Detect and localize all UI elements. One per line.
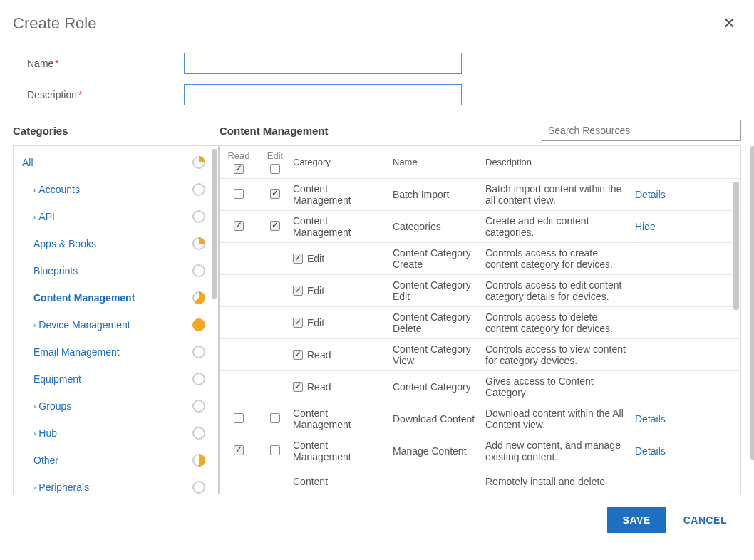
chevron-right-icon: ›: [33, 186, 36, 194]
categories-sidebar[interactable]: All›Accounts›APIApps & BooksBlueprintsCo…: [14, 146, 220, 494]
col-name-label: Name: [393, 157, 485, 167]
cell-name: Categories: [393, 221, 485, 232]
sidebar-item-label: Peripherals: [38, 482, 89, 493]
sidebar-item-hub[interactable]: ›Hub: [14, 420, 218, 447]
table-scrollbar[interactable]: [733, 182, 739, 310]
coverage-pie-icon: [192, 291, 205, 304]
sidebar-item-accounts[interactable]: ›Accounts: [14, 176, 218, 203]
sidebar-item-label: Device Management: [38, 319, 130, 331]
table-row: Content ManagementManage ContentAdd new …: [220, 435, 740, 467]
sidebar-item-label: Hub: [38, 427, 57, 439]
sidebar-item-content-management[interactable]: Content Management: [14, 284, 218, 311]
sidebar-item-groups[interactable]: ›Groups: [14, 393, 218, 420]
cell-category: Content Management: [293, 408, 393, 430]
sub-permission-checkbox[interactable]: [293, 382, 303, 392]
details-link[interactable]: Details: [635, 445, 678, 457]
sub-permission-checkbox[interactable]: [293, 350, 303, 360]
sidebar-scrollbar[interactable]: [212, 149, 217, 299]
description-label: Description*: [27, 89, 184, 100]
chevron-right-icon: ›: [33, 321, 36, 329]
description-field[interactable]: [184, 84, 462, 105]
table-subrow: EditContent Category EditControls access…: [220, 275, 740, 307]
cell-name: Download Content: [393, 413, 485, 425]
sidebar-item-device-management[interactable]: ›Device Management: [14, 311, 218, 338]
coverage-pie-icon: [192, 237, 205, 250]
sidebar-item-label: Other: [33, 455, 58, 466]
sidebar-item-label: Apps & Books: [33, 238, 96, 249]
cell-name: Content Category View: [393, 343, 485, 366]
details-link[interactable]: Details: [635, 189, 678, 200]
sidebar-item-all[interactable]: All: [14, 149, 218, 176]
read-all-checkbox[interactable]: [234, 164, 244, 174]
save-button[interactable]: SAVE: [607, 507, 666, 533]
sub-permission-type: Edit: [307, 285, 324, 296]
col-read-label: Read: [227, 150, 249, 161]
coverage-pie-icon: [192, 183, 205, 196]
cell-description: Controls access to view content for cate…: [485, 343, 635, 366]
sidebar-item-label: Email Management: [33, 346, 120, 358]
cell-name: Manage Content: [393, 445, 485, 457]
sidebar-item-api[interactable]: ›API: [14, 203, 218, 230]
cell-description: Create and edit content categories.: [485, 215, 635, 238]
sidebar-item-equipment[interactable]: Equipment: [14, 365, 218, 393]
read-checkbox[interactable]: [234, 221, 244, 231]
sub-permission-checkbox[interactable]: [293, 318, 303, 328]
coverage-pie-icon: [192, 427, 205, 440]
sidebar-item-apps-books[interactable]: Apps & Books: [14, 230, 218, 257]
coverage-pie-icon: [192, 210, 205, 223]
edit-checkbox[interactable]: [270, 413, 280, 423]
cell-category: Content Management: [293, 215, 393, 238]
cell-name: Content Category Create: [393, 247, 485, 270]
edit-all-checkbox[interactable]: [270, 164, 280, 174]
cell-description: Controls access to edit content category…: [485, 279, 635, 302]
cell-description: Controls access to delete content catego…: [485, 311, 635, 334]
coverage-pie-icon: [192, 400, 205, 413]
table-row: Content ManagementDownload ContentDownlo…: [220, 403, 740, 435]
chevron-right-icon: ›: [33, 430, 36, 437]
name-field[interactable]: [184, 53, 462, 74]
sidebar-item-peripherals[interactable]: ›Peripherals: [14, 474, 218, 494]
required-mark: *: [78, 89, 82, 100]
sub-permission-type: Read: [307, 349, 331, 361]
edit-checkbox[interactable]: [270, 221, 280, 231]
col-category-label: Category: [293, 157, 393, 167]
table-row: ContentRemotely install and delete: [220, 467, 740, 492]
coverage-pie-icon: [192, 454, 205, 467]
cell-description: Remotely install and delete: [485, 472, 635, 487]
read-checkbox[interactable]: [234, 445, 244, 455]
cell-name: Content Category: [393, 381, 485, 393]
search-input[interactable]: [542, 120, 741, 141]
cell-category: Content: [293, 472, 393, 487]
cell-name: Batch Import: [393, 189, 485, 200]
sidebar-item-email-management[interactable]: Email Management: [14, 338, 218, 365]
table-subrow: ReadContent Category ViewControls access…: [220, 339, 740, 371]
sidebar-item-other[interactable]: Other: [14, 447, 218, 474]
cell-description: Download content within the All Content …: [485, 408, 635, 430]
edit-checkbox[interactable]: [270, 445, 280, 455]
coverage-pie-icon: [192, 318, 205, 331]
sidebar-item-label: All: [22, 157, 33, 168]
edit-checkbox[interactable]: [270, 189, 280, 199]
sidebar-item-label: Accounts: [38, 184, 80, 195]
cancel-button[interactable]: CANCEL: [683, 507, 727, 533]
col-edit-label: Edit: [267, 150, 283, 161]
hide-link[interactable]: Hide: [635, 221, 678, 232]
sidebar-item-blueprints[interactable]: Blueprints: [14, 257, 218, 284]
table-header-row: Read Edit Category Name Description: [220, 146, 740, 179]
coverage-pie-icon: [192, 373, 205, 385]
dialog-title: Create Role: [13, 14, 96, 33]
read-checkbox[interactable]: [234, 413, 244, 423]
name-label: Name*: [27, 58, 184, 69]
sub-permission-checkbox[interactable]: [293, 286, 303, 296]
dialog-scrollbar[interactable]: [750, 146, 754, 460]
cell-name: Content Category Delete: [393, 311, 485, 334]
content-heading: Content Management: [220, 125, 542, 137]
coverage-pie-icon: [192, 481, 205, 494]
col-description-label: Description: [485, 157, 635, 167]
details-link[interactable]: Details: [635, 413, 678, 425]
read-checkbox[interactable]: [234, 189, 244, 199]
table-subrow: EditContent Category DeleteControls acce…: [220, 307, 740, 339]
sidebar-item-label: Content Management: [33, 292, 135, 304]
sub-permission-checkbox[interactable]: [293, 254, 303, 264]
close-icon[interactable]: ✕: [717, 14, 741, 33]
